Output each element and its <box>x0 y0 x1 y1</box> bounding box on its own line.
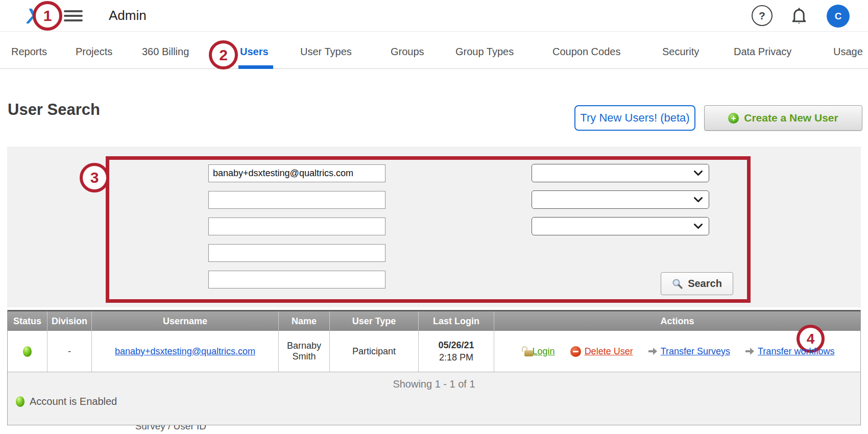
tab-reports[interactable]: Reports <box>11 46 47 58</box>
delete-icon <box>570 346 581 357</box>
transfer-surveys-action: Transfer Surveys <box>648 346 730 357</box>
col-header-name: Name <box>278 311 329 331</box>
username-cell: banaby+dsxtesting@qualtrics.com <box>91 331 278 372</box>
arrow-right-icon <box>745 348 754 355</box>
search-icon <box>672 278 683 290</box>
results-table: Status Division Username Name User Type … <box>7 310 861 425</box>
username-field[interactable] <box>208 164 385 182</box>
delete-user-action: Delete User <box>570 346 633 357</box>
first-name-field[interactable] <box>208 191 385 209</box>
callout-3: 3 <box>80 163 109 192</box>
name-cell: Barnaby Smith <box>278 331 329 372</box>
division-select[interactable] <box>532 164 709 182</box>
table-row: - banaby+dsxtesting@qualtrics.com Barnab… <box>8 331 860 372</box>
transfer-surveys-link[interactable]: Transfer Surveys <box>661 346 730 357</box>
table-footer: Showing 1 - 1 of 1 Account is Enabled <box>8 372 860 425</box>
status-legend: Account is Enabled <box>16 396 117 407</box>
email-address-field[interactable] <box>208 244 385 262</box>
username-link[interactable]: banaby+dsxtesting@qualtrics.com <box>115 346 255 357</box>
notifications-bell-icon[interactable] <box>789 6 809 26</box>
tab-groups[interactable]: Groups <box>391 46 424 58</box>
chevron-down-icon <box>694 171 703 176</box>
last-login-date: 05/26/21 <box>438 339 474 351</box>
status-cell <box>8 331 47 372</box>
help-icon[interactable]: ? <box>752 5 773 26</box>
login-action: Login <box>520 346 555 357</box>
page-title: Admin <box>109 8 147 23</box>
tab-users[interactable]: Users <box>240 46 269 58</box>
top-bar: XM Admin ? C <box>0 0 868 32</box>
table-header-row: Status Division Username Name User Type … <box>8 310 860 331</box>
col-header-last-login: Last Login <box>418 311 494 331</box>
tab-coupon-codes[interactable]: Coupon Codes <box>552 46 620 58</box>
active-tab-underline <box>238 65 273 69</box>
tab-data-privacy[interactable]: Data Privacy <box>734 46 791 58</box>
create-new-user-label: Create a New User <box>744 112 838 124</box>
col-header-status: Status <box>8 311 47 331</box>
col-header-division: Division <box>47 311 91 331</box>
status-legend-label: Account is Enabled <box>30 396 117 407</box>
plus-icon: + <box>728 113 739 124</box>
user-avatar[interactable]: C <box>827 5 850 28</box>
col-header-user-type: User Type <box>329 311 418 331</box>
chevron-down-icon <box>694 197 703 203</box>
chevron-down-icon <box>694 224 703 229</box>
callout-1: 1 <box>33 1 62 31</box>
last-name-field[interactable] <box>208 218 385 235</box>
tab-usage[interactable]: Usage <box>833 46 863 58</box>
login-link[interactable]: Login <box>533 346 555 357</box>
survey-user-id-field[interactable] <box>208 271 385 288</box>
arrow-right-icon <box>648 348 657 355</box>
search-button[interactable]: Search <box>661 272 733 295</box>
showing-count: Showing 1 - 1 of 1 <box>8 378 860 390</box>
actions-cell: Login Delete User Transfer Surveys Trans… <box>494 331 860 372</box>
transfer-workflows-action: Transfer workflows <box>745 346 834 357</box>
user-search-heading: User Search <box>8 101 100 119</box>
tab-360-billing[interactable]: 360 Billing <box>142 46 189 58</box>
admin-user-search-screen: XM Admin ? C 1 Reports Projects 360 Bill… <box>0 0 868 434</box>
hamburger-menu-icon[interactable] <box>64 10 83 24</box>
search-button-label: Search <box>688 278 722 290</box>
status-enabled-icon <box>23 346 32 357</box>
try-new-users-button[interactable]: Try New Users! (beta) <box>574 105 695 131</box>
callout-2: 2 <box>209 40 238 69</box>
user-type-select[interactable] <box>532 190 709 209</box>
last-login-cell: 05/26/21 2:18 PM <box>418 331 494 372</box>
tab-group-types[interactable]: Group Types <box>455 46 514 58</box>
status-enabled-icon <box>16 396 25 407</box>
transfer-workflows-link[interactable]: Transfer workflows <box>758 346 834 357</box>
col-header-username: Username <box>91 311 278 331</box>
tab-security[interactable]: Security <box>662 46 699 58</box>
tab-user-types[interactable]: User Types <box>300 46 352 58</box>
division-cell: - <box>47 331 91 372</box>
delete-user-link[interactable]: Delete User <box>585 346 633 357</box>
lock-icon <box>520 346 529 356</box>
account-status-select[interactable] <box>532 217 709 235</box>
create-new-user-button[interactable]: + Create a New User <box>704 105 862 131</box>
admin-nav-bar: Reports Projects 360 Billing Users User … <box>0 32 868 69</box>
tab-projects[interactable]: Projects <box>76 46 112 58</box>
last-login-time: 2:18 PM <box>438 351 474 364</box>
user-type-cell: Participant <box>329 331 418 372</box>
